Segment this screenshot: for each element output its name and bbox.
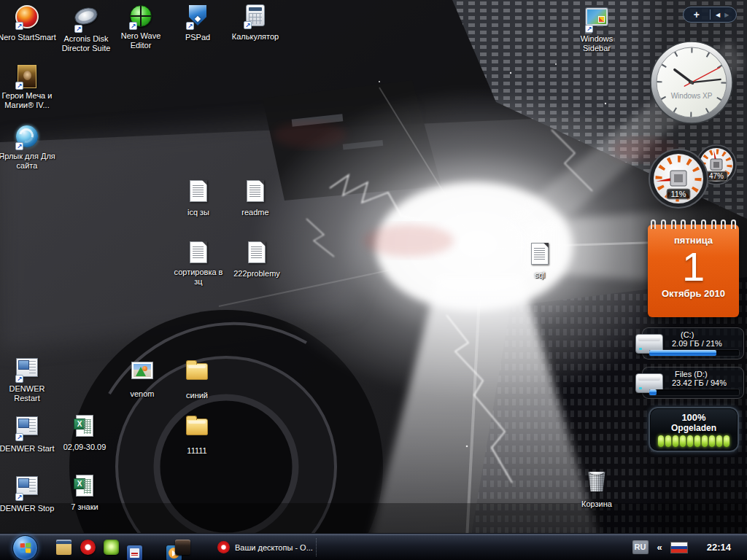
calendar-gadget[interactable]: пятница 1 Октябрь 2010 <box>648 225 739 317</box>
calendar-day: 1 <box>648 246 739 288</box>
icon-label: readme <box>241 208 268 217</box>
quicklaunch-opera-icon[interactable] <box>80 540 96 555</box>
icon-label: icq зы <box>187 208 209 217</box>
drive-meter-d[interactable]: Files (D:) 23.42 ГБ / 94% <box>642 367 744 399</box>
drive-name: Files (D:) <box>675 370 743 378</box>
drive-meter-c[interactable]: (C:) 2.09 ГБ / 21% <box>642 327 744 359</box>
clock-brand-text: Windows XP <box>671 92 713 100</box>
taskbar-separator <box>316 538 317 556</box>
desktop-icon-nero-wave[interactable]: ↗ Nero Wave Editor <box>112 4 170 51</box>
quicklaunch-total-commander-icon[interactable] <box>127 545 142 560</box>
shortcut-arrow-icon: ↗ <box>15 142 23 150</box>
desktop-icon-denwer-start[interactable]: ↗ DENWER Start <box>0 414 56 454</box>
drive-usage-fill <box>649 350 716 356</box>
shortcut-arrow-icon: ↗ <box>186 22 194 30</box>
icon-label: sql <box>535 271 545 280</box>
icon-label: PSPad <box>185 33 210 42</box>
drive-detail: 2.09 ГБ / 21% <box>672 339 743 348</box>
icon-label: DENWER Restart <box>0 384 56 403</box>
icon-label: Герои Меча и Магии® IV... <box>0 91 56 110</box>
clock-gadget[interactable]: Windows XP <box>649 39 735 125</box>
battery-percent: 100% <box>650 412 738 423</box>
desktop-icon-recycle-bin[interactable]: Корзина <box>568 470 626 510</box>
folder-icon <box>186 363 208 380</box>
windows-flag-icon <box>20 543 31 553</box>
tray-collapse-chevron[interactable]: « <box>657 542 662 553</box>
desktop-icon-7znaki[interactable]: 7 знаки <box>55 474 114 513</box>
desktop-icon-excel-0209[interactable]: 02,09-30.09 <box>55 414 114 453</box>
desktop-icon-calculator[interactable]: ↗ Калькулятор <box>226 4 285 42</box>
text-document-icon <box>247 180 264 202</box>
icon-label: 11111 <box>187 446 206 456</box>
excel-file-icon <box>76 415 93 437</box>
desktop-icon-icq-notes[interactable]: icq зы <box>169 179 228 218</box>
icon-label: сортировка в зц <box>169 268 228 287</box>
desktop-icon-site-shortcut[interactable]: ↗ Ярлык для Для сайта <box>0 124 56 171</box>
drive-usage-fill <box>649 389 657 395</box>
quicklaunch-console-icon[interactable] <box>175 540 190 555</box>
image-file-icon <box>131 362 153 379</box>
drive-detail: 23.42 ГБ / 94% <box>672 378 743 387</box>
shortcut-arrow-icon: ↗ <box>129 22 137 30</box>
ram-value: 47% <box>709 172 724 180</box>
next-page-button[interactable]: ▶ <box>724 12 730 18</box>
calendar-month-year: Октябрь 2010 <box>648 288 739 299</box>
battery-status: Opgeladen <box>650 423 738 433</box>
excel-file-icon <box>76 475 93 497</box>
calendar-spiral <box>651 219 736 229</box>
start-button[interactable] <box>12 535 38 560</box>
desktop-icon-sql[interactable]: sql <box>511 242 569 281</box>
desktop-icon-acronis[interactable]: ↗ Acronis Disk Director Suite <box>57 4 115 54</box>
icon-label: venom <box>130 389 154 399</box>
text-document-icon <box>248 241 266 263</box>
desktop-icon-readme[interactable]: readme <box>226 179 285 218</box>
task-button-label: Ваши десктопы - O... <box>235 543 313 552</box>
shortcut-arrow-icon: ↗ <box>15 82 23 90</box>
opera-icon <box>217 541 230 553</box>
drive-name: (C:) <box>681 330 743 339</box>
system-tray: RU « 22:14 <box>632 534 741 560</box>
desktop-icon-venom[interactable]: venom <box>113 359 171 400</box>
desktop-icon-222problemy[interactable]: 222problemy <box>228 241 286 279</box>
icon-label: Windows Sidebar <box>568 34 626 53</box>
icon-label: 02,09-30.09 <box>63 443 107 452</box>
sidebar-gadget-nav[interactable]: + ◀ ▶ <box>683 7 737 23</box>
task-button-opera[interactable]: Ваши десктопы - O... <box>212 537 319 557</box>
shortcut-arrow-icon: ↗ <box>15 375 23 383</box>
icon-label: Acronis Disk Director Suite <box>57 34 115 53</box>
desktop-icon-pspad[interactable]: ↗ PSPad <box>169 4 227 43</box>
recycle-bin-icon <box>587 472 606 491</box>
desktop-icon-windows-sidebar[interactable]: ↗ Windows Sidebar <box>568 6 626 54</box>
battery-segments <box>650 435 738 447</box>
icon-label: DENWER Start <box>0 444 55 454</box>
shortcut-arrow-icon: ↗ <box>15 22 23 30</box>
russia-flag-icon[interactable] <box>670 542 688 553</box>
desktop-icon-siniy-folder[interactable]: синий <box>168 359 226 401</box>
language-indicator[interactable]: RU <box>632 540 649 554</box>
add-gadget-button[interactable]: + <box>684 8 710 21</box>
desktop-icon-11111-folder[interactable]: 11111 <box>168 414 226 456</box>
cpu-meter-gadget[interactable]: 47% 11% <box>646 142 740 214</box>
taskbar: Ваши десктопы - O... RU « 22:14 <box>0 533 747 560</box>
desktop-icon-sortirovka[interactable]: сортировка в зц <box>169 241 228 287</box>
icon-label: Nero Wave Editor <box>112 31 170 50</box>
windows-sidebar-icon <box>586 8 608 26</box>
quicklaunch-clapperboard-icon[interactable] <box>56 540 71 555</box>
desktop-icon-heroes[interactable]: ↗ Герои Меча и Магии® IV... <box>0 64 56 111</box>
drive-usage-bar <box>649 350 739 356</box>
shortcut-arrow-icon: ↗ <box>74 25 82 33</box>
shortcut-arrow-icon: ↗ <box>15 433 23 441</box>
icon-label: 222problemy <box>233 269 280 279</box>
battery-gadget[interactable]: 100% Opgeladen <box>649 407 739 452</box>
shortcut-arrow-icon: ↗ <box>15 493 23 501</box>
desktop-icon-nero-startsmart[interactable]: ↗ Nero StartSmart <box>0 4 56 43</box>
shortcut-arrow-icon: ↗ <box>585 25 593 33</box>
desktop-icon-denwer-stop[interactable]: ↗ DENWER Stop <box>0 474 56 514</box>
icon-label: Ярлык для Для сайта <box>0 152 56 171</box>
shortcut-arrow-icon: ↗ <box>244 21 252 29</box>
quicklaunch-qip-icon[interactable] <box>104 540 119 555</box>
icon-label: синий <box>186 391 208 400</box>
prev-page-button[interactable]: ◀ <box>716 12 721 18</box>
icon-label: Nero StartSmart <box>0 33 56 42</box>
desktop-icon-denwer-restart[interactable]: ↗ DENWER Restart <box>0 356 56 404</box>
